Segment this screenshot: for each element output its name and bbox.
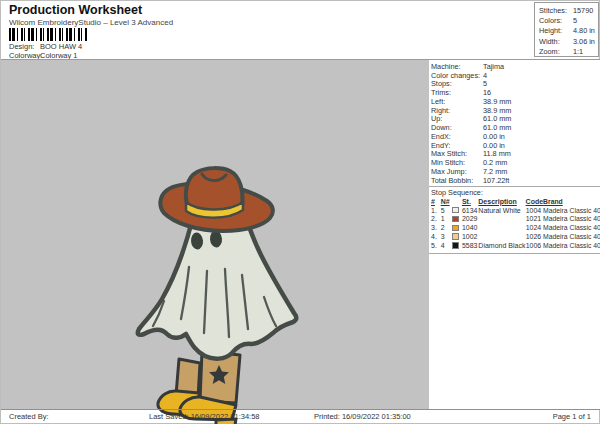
machine-row: Machine:Tajima: [431, 62, 599, 71]
stop-sequence-row: 4. 3 1002 1026 Madeira Classic 40: [431, 232, 600, 241]
machine-row: EndY:0.00 in: [431, 141, 599, 150]
machine-row: Trims:16: [431, 88, 599, 97]
stat-width: Width: 3.06 in: [539, 36, 598, 46]
last-saved-label: Last Saved: 16/09/2022 01:34:58: [149, 412, 260, 421]
machine-row: Color changes:4: [431, 71, 599, 80]
machine-row: Down:61.0 mm: [431, 123, 599, 132]
app-subtitle: Wilcom EmbroideryStudio – Level 3 Advanc…: [9, 18, 173, 27]
stat-height: Height: 4.80 in: [539, 26, 598, 36]
design-label: Design:: [9, 42, 40, 51]
machine-row: Min Stitch:0.2 mm: [431, 158, 599, 167]
thread-color-swatch: [452, 225, 459, 232]
panel-divider: [429, 186, 600, 187]
machine-row: Max Stitch:11.8 mm: [431, 150, 599, 159]
machine-info-list: Machine:Tajima Color changes:4 Stops:5 T…: [431, 62, 599, 185]
printed-label: Printed: 16/09/2022 01:35:00: [314, 412, 411, 421]
stop-sequence-row: 5. 4 5583 Diamond Black 1006 Madeira Cla…: [431, 241, 600, 250]
stop-sequence-header: # N# St. Description Code Brand: [431, 197, 600, 206]
stat-stitches: Stitches: 15790: [539, 5, 598, 15]
thread-color-swatch: [452, 216, 459, 223]
stop-sequence-row: 3. 2 1040 1024 Madeira Classic 40: [431, 223, 600, 232]
machine-row: Total Bobbin:107.22ft: [431, 176, 599, 185]
stop-sequence-table: # N# St. Description Code Brand 1. 5 613…: [431, 197, 600, 250]
design-value: BOO HAW 4: [40, 42, 82, 51]
panel-divider: [429, 253, 600, 254]
design-canvas: [1, 60, 429, 409]
machine-row: Stops:5: [431, 80, 599, 89]
barcode-icon: [9, 28, 87, 41]
worksheet-page: Production Worksheet Wilcom EmbroiderySt…: [0, 0, 600, 424]
stat-zoom: Zoom: 1:1: [539, 46, 598, 56]
thread-color-swatch: [452, 233, 459, 240]
thread-color-swatch: [452, 242, 459, 249]
machine-row: EndX:0.00 in: [431, 132, 599, 141]
machine-row: Right:38.9 mm: [431, 106, 599, 115]
ghost-cowboy-artwork: [131, 163, 311, 424]
cowboy-hat: [160, 168, 272, 231]
stop-sequence-title: Stop Sequence:: [431, 188, 483, 197]
machine-row: Max Jump:7.2 mm: [431, 167, 599, 176]
stop-sequence-row: 2. 1 2029 1021 Madeira Classic 40: [431, 215, 600, 224]
info-panel: Machine:Tajima Color changes:4 Stops:5 T…: [429, 60, 600, 409]
design-row: Design: BOO HAW 4: [9, 42, 82, 51]
created-by-label: Created By:: [9, 412, 49, 421]
design-stats-box: Stitches: 15790 Colors: 5 Height: 4.80 i…: [534, 2, 599, 57]
stop-sequence-row: 1. 5 6134 Natural White 1004 Madeira Cla…: [431, 206, 600, 215]
page-number-label: Page 1 of 1: [553, 412, 591, 421]
machine-row: Up:61.0 mm: [431, 115, 599, 124]
footer-divider: [1, 409, 600, 410]
machine-row: Left:38.9 mm: [431, 97, 599, 106]
page-title: Production Worksheet: [9, 3, 142, 17]
stat-colors: Colors: 5: [539, 15, 598, 25]
thread-color-swatch: [452, 207, 459, 214]
